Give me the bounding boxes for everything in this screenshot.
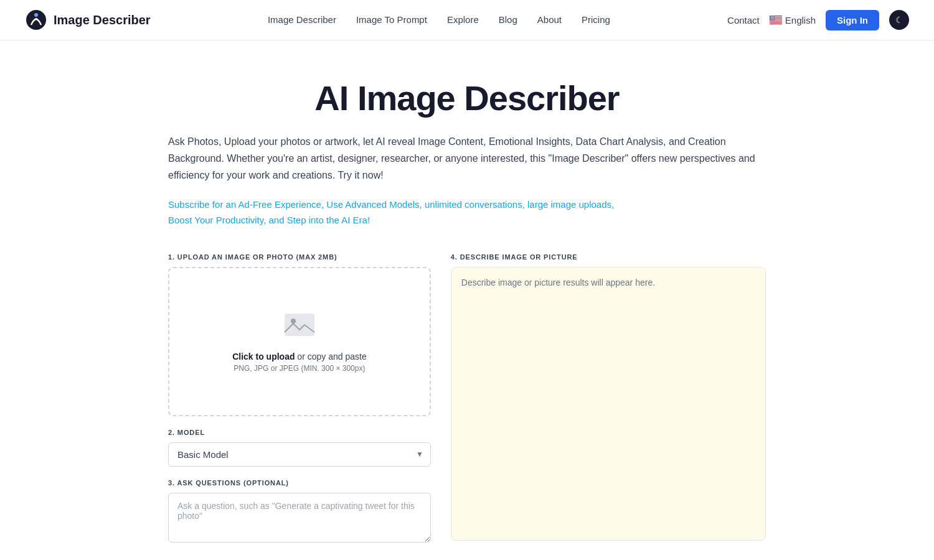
svg-point-34 xyxy=(771,19,772,19)
hero-description: Ask Photos, Upload your photos or artwor… xyxy=(168,133,766,184)
subscribe-line2: Boost Your Productivity, and Step into t… xyxy=(168,215,370,225)
svg-point-13 xyxy=(772,16,773,17)
subscribe-line1: Subscribe for an Ad-Free Experience, Use… xyxy=(168,199,614,210)
upload-label: 1. UPLOAD AN IMAGE OR PHOTO (MAX 2MB) xyxy=(168,253,431,261)
svg-point-21 xyxy=(770,17,770,18)
svg-point-42 xyxy=(773,19,774,20)
describe-label: 4. DESCRIBE IMAGE OR PICTURE xyxy=(451,253,766,261)
svg-point-15 xyxy=(773,16,774,17)
model-section: 2. Model Basic Model Advanced Model GPT-… xyxy=(168,429,431,467)
upload-click-text: Click to upload or copy and paste xyxy=(232,352,367,362)
svg-point-22 xyxy=(771,17,771,18)
right-column: 4. DESCRIBE IMAGE OR PICTURE Describe im… xyxy=(451,253,766,541)
describe-output: Describe image or picture results will a… xyxy=(451,267,766,541)
questions-label: 3. ASK QUESTIONS (OPTIONAL) xyxy=(168,479,431,487)
nav-right: Contact xyxy=(727,10,909,30)
svg-point-37 xyxy=(773,19,774,19)
svg-point-26 xyxy=(773,17,774,18)
nav-image-to-prompt[interactable]: Image To Prompt xyxy=(356,14,427,25)
image-placeholder-icon xyxy=(283,310,316,344)
questions-textarea[interactable] xyxy=(168,493,431,543)
describe-placeholder: Describe image or picture results will a… xyxy=(461,278,655,287)
subscribe-text: Subscribe for an Ad-Free Experience, Use… xyxy=(168,197,766,228)
page-title: AI Image Describer xyxy=(168,78,766,118)
svg-point-31 xyxy=(773,18,774,19)
svg-point-39 xyxy=(771,19,771,20)
main-content: AI Image Describer Ask Photos, Upload yo… xyxy=(156,40,778,560)
contact-link[interactable]: Contact xyxy=(727,15,760,26)
nav-pricing[interactable]: Pricing xyxy=(582,14,610,25)
logo-icon xyxy=(25,9,47,31)
svg-point-1 xyxy=(34,13,38,17)
model-select[interactable]: Basic Model Advanced Model GPT-4 Vision xyxy=(168,442,431,467)
language-label: English xyxy=(785,15,816,26)
svg-point-23 xyxy=(771,17,772,18)
left-column: 1. UPLOAD AN IMAGE OR PHOTO (MAX 2MB) Cl… xyxy=(168,253,431,545)
svg-point-14 xyxy=(773,16,773,17)
theme-toggle-button[interactable]: ☾ xyxy=(889,10,909,30)
svg-point-11 xyxy=(771,16,771,17)
svg-point-19 xyxy=(773,17,773,17)
us-flag-icon xyxy=(770,16,782,24)
logo-link[interactable]: Image Describer xyxy=(25,9,151,31)
svg-point-33 xyxy=(771,19,771,19)
signin-button[interactable]: Sign In xyxy=(826,10,879,30)
svg-point-41 xyxy=(773,19,773,20)
svg-point-17 xyxy=(771,17,771,17)
svg-point-10 xyxy=(770,16,770,17)
nav-explore[interactable]: Explore xyxy=(447,14,479,25)
model-label: 2. Model xyxy=(168,429,431,436)
moon-icon: ☾ xyxy=(895,15,903,25)
nav-image-describer[interactable]: Image Describer xyxy=(268,14,336,25)
svg-point-36 xyxy=(773,19,773,19)
logo-text: Image Describer xyxy=(54,13,151,27)
svg-point-27 xyxy=(770,18,771,19)
svg-point-24 xyxy=(772,17,773,18)
upload-area[interactable]: Click to upload or copy and paste PNG, J… xyxy=(168,267,431,416)
svg-point-32 xyxy=(770,19,770,19)
svg-rect-8 xyxy=(770,23,782,24)
language-selector[interactable]: English xyxy=(770,15,816,26)
upload-click-label: Click to upload xyxy=(232,352,295,362)
svg-point-38 xyxy=(770,19,771,20)
svg-rect-7 xyxy=(770,22,782,22)
svg-point-12 xyxy=(771,16,772,17)
svg-point-18 xyxy=(771,17,772,17)
svg-rect-6 xyxy=(770,21,782,21)
svg-point-40 xyxy=(771,19,772,20)
navbar: Image Describer Image Describer Image To… xyxy=(0,0,934,40)
svg-point-30 xyxy=(773,18,773,19)
nav-about[interactable]: About xyxy=(537,14,562,25)
nav-links: Image Describer Image To Prompt Explore … xyxy=(268,14,610,26)
upload-or-text: or copy and paste xyxy=(295,352,366,362)
svg-point-25 xyxy=(773,17,773,18)
svg-point-35 xyxy=(772,19,773,19)
tool-layout: 1. UPLOAD AN IMAGE OR PHOTO (MAX 2MB) Cl… xyxy=(168,253,766,545)
model-select-wrap: Basic Model Advanced Model GPT-4 Vision … xyxy=(168,442,431,467)
svg-point-16 xyxy=(770,17,771,17)
svg-rect-43 xyxy=(285,314,314,336)
questions-section: 3. ASK QUESTIONS (OPTIONAL) xyxy=(168,479,431,545)
nav-blog[interactable]: Blog xyxy=(499,14,517,25)
svg-point-20 xyxy=(773,17,774,17)
upload-hint: PNG, JPG or JPEG (MIN. 300 × 300px) xyxy=(234,364,365,373)
svg-point-29 xyxy=(771,18,772,19)
svg-point-28 xyxy=(771,18,771,19)
upload-section: 1. UPLOAD AN IMAGE OR PHOTO (MAX 2MB) Cl… xyxy=(168,253,431,416)
